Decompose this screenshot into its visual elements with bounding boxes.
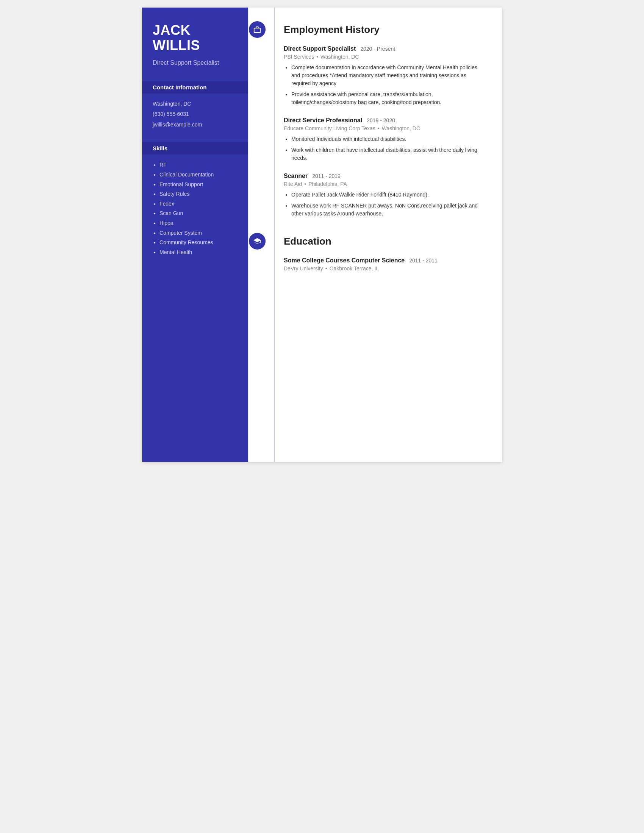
skills-header: Skills	[142, 142, 248, 154]
skill-item: Mental Health	[159, 249, 238, 256]
job-title-1: Direct Support Specialist	[284, 45, 356, 52]
skill-item: Computer System	[159, 230, 238, 237]
job-company-2: Educare Community Living Corp Texas•Wash…	[284, 125, 487, 131]
job-bullet: Operate Pallet Jack Walkie Rider Forklif…	[291, 191, 487, 199]
candidate-name: JACK WILLIS	[153, 23, 238, 53]
education-title: Education	[273, 235, 332, 247]
job-title-row-2: Direct Service Professional 2019 - 2020	[284, 117, 487, 124]
main-content: Employment History Direct Support Specia…	[248, 8, 502, 462]
graduation-icon	[249, 233, 266, 249]
job-dates-2: 2019 - 2020	[367, 117, 395, 124]
employment-title: Employment History	[273, 24, 380, 35]
contact-header: Contact Information	[142, 81, 248, 93]
contact-phone: (630) 555-6031	[153, 111, 238, 118]
briefcase-icon	[249, 21, 266, 38]
education-header-row: Education	[263, 233, 487, 249]
skill-item: Fedex	[159, 200, 238, 208]
candidate-title: Direct Support Specialist	[153, 59, 238, 67]
job-company-1: PSI Services•Washington, DC	[284, 54, 487, 60]
sidebar: JACK WILLIS Direct Support Specialist Co…	[142, 8, 248, 462]
skill-item: Hippa	[159, 220, 238, 227]
job-dates-1: 2020 - Present	[360, 46, 395, 52]
job-title-3: Scanner	[284, 173, 308, 180]
skills-section: Skills RF Clinical Documentation Emotion…	[153, 142, 238, 258]
job-title-row-3: Scanner 2011 - 2019	[284, 173, 487, 180]
job-entry-1: Direct Support Specialist 2020 - Present…	[263, 45, 487, 106]
edu-title-row-1: Some College Courses Computer Science 20…	[284, 257, 487, 264]
job-bullet: Warehouse work RF SCANNER put aways, NoN…	[291, 202, 487, 218]
skills-list: RF Clinical Documentation Emotional Supp…	[153, 161, 238, 256]
edu-dates-1: 2011 - 2011	[409, 257, 438, 264]
employment-header-row: Employment History	[263, 21, 487, 38]
skill-item: RF	[159, 161, 238, 169]
job-bullet: Provide assistance with personal care, t…	[291, 90, 487, 106]
job-bullet: Work with children that have intellectua…	[291, 146, 487, 162]
skill-item: Scan Gun	[159, 210, 238, 217]
skill-item: Clinical Documentation	[159, 171, 238, 179]
job-title-row-1: Direct Support Specialist 2020 - Present	[284, 45, 487, 52]
contact-location: Washington, DC	[153, 100, 238, 108]
skill-item: Emotional Support	[159, 181, 238, 188]
job-bullet: Monitored Individuals with intellectual …	[291, 135, 487, 143]
education-section: Education Some College Courses Computer …	[263, 233, 487, 272]
skill-item: Safety Rules	[159, 190, 238, 198]
job-company-3: Rite Aid•Philadelphia, PA	[284, 181, 487, 187]
resume-container: JACK WILLIS Direct Support Specialist Co…	[142, 8, 502, 462]
job-bullets-3: Operate Pallet Jack Walkie Rider Forklif…	[284, 191, 487, 218]
contact-info: Washington, DC (630) 555-6031 jwillis@ex…	[153, 100, 238, 132]
contact-email: jwillis@example.com	[153, 121, 238, 129]
edu-school-1: DeVry University•Oakbrook Terrace, IL	[284, 265, 487, 272]
job-bullets-2: Monitored Individuals with intellectual …	[284, 135, 487, 162]
job-entry-2: Direct Service Professional 2019 - 2020 …	[263, 117, 487, 162]
skill-item: Community Resources	[159, 239, 238, 246]
job-dates-3: 2011 - 2019	[312, 173, 341, 179]
edu-entry-1: Some College Courses Computer Science 20…	[263, 257, 487, 272]
job-bullet: Complete documentation in accordance wit…	[291, 64, 487, 87]
employment-section: Employment History Direct Support Specia…	[263, 21, 487, 218]
job-entry-3: Scanner 2011 - 2019 Rite Aid•Philadelphi…	[263, 173, 487, 218]
job-bullets-1: Complete documentation in accordance wit…	[284, 64, 487, 106]
job-title-2: Direct Service Professional	[284, 117, 362, 124]
edu-degree-1: Some College Courses Computer Science	[284, 257, 404, 264]
